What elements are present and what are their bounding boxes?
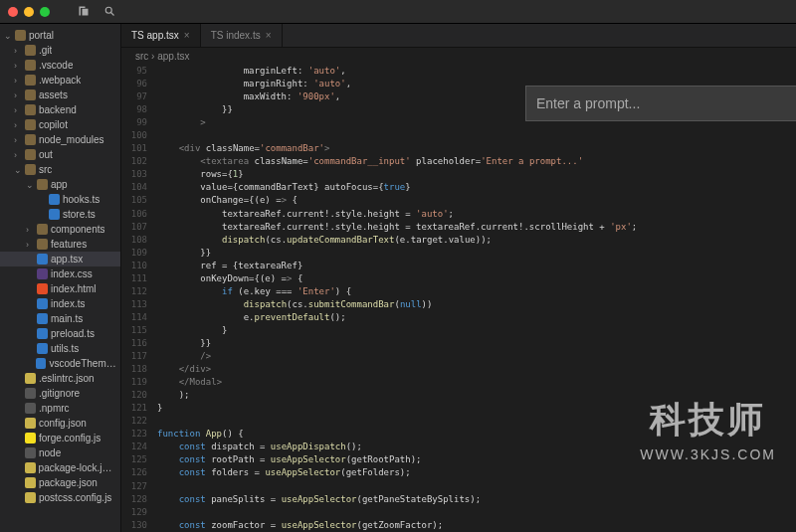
chevron-icon: › <box>14 135 22 145</box>
code-line[interactable]: 111 onKeyDown={(e) => { <box>121 272 796 285</box>
code-line[interactable]: 118 </div> <box>121 363 796 376</box>
file-.npmrc[interactable]: .npmrc <box>0 401 120 416</box>
code-line[interactable]: 126 const folders = useAppSelector(getFo… <box>121 466 796 479</box>
code-line[interactable]: 121} <box>121 402 796 415</box>
code-line[interactable]: 124 const dispatch = useAppDispatch(); <box>121 441 796 453</box>
file-utils.ts[interactable]: utils.ts <box>0 341 120 356</box>
tree-item-label: .webpack <box>39 75 81 86</box>
tree-item-label: main.ts <box>51 313 83 324</box>
code-line[interactable]: 123function App() { <box>121 428 796 441</box>
code-line[interactable]: 116 }} <box>121 337 796 350</box>
code-line[interactable]: 103 rows={1} <box>121 168 796 181</box>
close-icon[interactable]: × <box>266 30 272 41</box>
code-line[interactable]: 104 value={commandBarText} autoFocus={tr… <box>121 181 796 194</box>
code-line[interactable]: 122 <box>121 415 796 428</box>
code-line[interactable]: 105 onChange={(e) => { <box>121 194 796 207</box>
folder-portal[interactable]: ⌄portal <box>0 28 120 43</box>
file-icon <box>37 254 48 265</box>
code-text: const paneSplits = useAppSelector(getPan… <box>157 493 796 506</box>
close-window-icon[interactable] <box>8 7 18 17</box>
file-app.tsx[interactable]: app.tsx <box>0 252 120 266</box>
code-text: </Modal> <box>157 376 796 389</box>
code-text: e.preventDefault(); <box>157 311 796 324</box>
code-line[interactable]: 130 const zoomFactor = useAppSelector(ge… <box>121 519 796 532</box>
file-postcss.config.js[interactable]: postcss.config.js <box>0 490 120 505</box>
code-text: ref = {textareaRef} <box>157 260 796 272</box>
close-icon[interactable]: × <box>184 30 190 41</box>
line-number: 119 <box>121 376 157 389</box>
line-number: 128 <box>121 493 157 506</box>
file-forge.config.js[interactable]: forge.config.js <box>0 431 120 445</box>
code-line[interactable]: 102 <textarea className='commandBar__inp… <box>121 155 796 168</box>
code-line[interactable]: 107 textareaRef.current!.style.height = … <box>121 221 796 234</box>
folder-.git[interactable]: ›.git <box>0 43 120 58</box>
tree-item-label: package.json <box>39 477 98 488</box>
folder-copilot[interactable]: ›copilot <box>0 117 120 132</box>
tab-index.ts[interactable]: TS index.ts× <box>201 24 283 47</box>
code-editor[interactable]: 95 marginLeft: 'auto',96 marginRight: 'a… <box>121 65 796 532</box>
file-package-lock.json[interactable]: package-lock.json <box>0 460 120 475</box>
file-explorer[interactable]: ⌄portal›.git›.vscode›.webpack›assets›bac… <box>0 24 121 532</box>
tab-app.tsx[interactable]: TS app.tsx× <box>121 24 201 47</box>
code-line[interactable]: 125 const rootPath = useAppSelector(getR… <box>121 453 796 466</box>
folder-src[interactable]: ⌄src <box>0 162 120 177</box>
tree-item-label: .npmrc <box>39 403 70 414</box>
code-line[interactable]: 127 <box>121 480 796 493</box>
code-line[interactable]: 112 if (e.key === 'Enter') { <box>121 285 796 298</box>
search-icon[interactable] <box>103 5 115 19</box>
breadcrumb[interactable]: src › app.tsx <box>121 48 796 65</box>
file-.gitignore[interactable]: .gitignore <box>0 386 120 401</box>
code-line[interactable]: 117 /> <box>121 350 796 363</box>
folder-backend[interactable]: ›backend <box>0 102 120 117</box>
folder-node_modules[interactable]: ›node_modules <box>0 132 120 147</box>
file-preload.ts[interactable]: preload.ts <box>0 326 120 341</box>
line-number: 120 <box>121 389 157 402</box>
folder-components[interactable]: ›components <box>0 222 120 237</box>
code-text: textareaRef.current!.style.height = 'aut… <box>157 208 796 221</box>
code-line[interactable]: 110 ref = {textareaRef} <box>121 260 796 272</box>
file-store.ts[interactable]: store.ts <box>0 207 120 222</box>
code-line[interactable]: 106 textareaRef.current!.style.height = … <box>121 208 796 221</box>
tree-item-label: .vscode <box>39 60 73 71</box>
file-.eslintrc.json[interactable]: .eslintrc.json <box>0 371 120 386</box>
tree-item-label: out <box>39 149 53 160</box>
chevron-icon: ⌄ <box>14 165 22 175</box>
code-line[interactable]: 114 e.preventDefault(); <box>121 311 796 324</box>
tree-item-label: utils.ts <box>51 343 79 354</box>
code-line[interactable]: 129 <box>121 506 796 519</box>
folder-.vscode[interactable]: ›.vscode <box>0 58 120 73</box>
folder-.webpack[interactable]: ›.webpack <box>0 73 120 88</box>
code-line[interactable]: 120 ); <box>121 389 796 402</box>
file-main.ts[interactable]: main.ts <box>0 311 120 326</box>
code-line[interactable]: 100 <box>121 129 796 142</box>
file-index.ts[interactable]: index.ts <box>0 296 120 311</box>
code-line[interactable]: 119 </Modal> <box>121 376 796 389</box>
folder-out[interactable]: ›out <box>0 147 120 162</box>
file-index.css[interactable]: index.css <box>0 266 120 281</box>
file-package.json[interactable]: package.json <box>0 475 120 490</box>
command-prompt[interactable] <box>525 86 796 121</box>
file-icon <box>36 358 46 369</box>
command-prompt-input[interactable] <box>536 95 793 111</box>
files-icon[interactable] <box>78 5 90 19</box>
code-line[interactable]: 101 <div className='commandBar'> <box>121 142 796 155</box>
folder-app[interactable]: ⌄app <box>0 177 120 192</box>
code-line[interactable]: 95 marginLeft: 'auto', <box>121 65 796 78</box>
folder-features[interactable]: ›features <box>0 237 120 252</box>
svg-point-0 <box>105 7 111 13</box>
minimize-window-icon[interactable] <box>24 7 34 17</box>
file-hooks.ts[interactable]: hooks.ts <box>0 192 120 207</box>
code-line[interactable]: 115 } <box>121 324 796 337</box>
code-line[interactable]: 109 }} <box>121 247 796 260</box>
tree-item-label: .gitignore <box>39 388 80 399</box>
code-line[interactable]: 113 dispatch(cs.submitCommandBar(null)) <box>121 298 796 311</box>
maximize-window-icon[interactable] <box>40 7 50 17</box>
code-line[interactable]: 108 dispatch(cs.updateCommandBarText(e.t… <box>121 234 796 247</box>
folder-assets[interactable]: ›assets <box>0 88 120 102</box>
code-line[interactable]: 128 const paneSplits = useAppSelector(ge… <box>121 493 796 506</box>
file-vscodeTheme.ts[interactable]: vscodeTheme.ts <box>0 356 120 371</box>
tree-item-label: src <box>39 164 52 175</box>
file-node[interactable]: node <box>0 445 120 460</box>
file-config.json[interactable]: config.json <box>0 416 120 431</box>
file-index.html[interactable]: index.html <box>0 281 120 296</box>
